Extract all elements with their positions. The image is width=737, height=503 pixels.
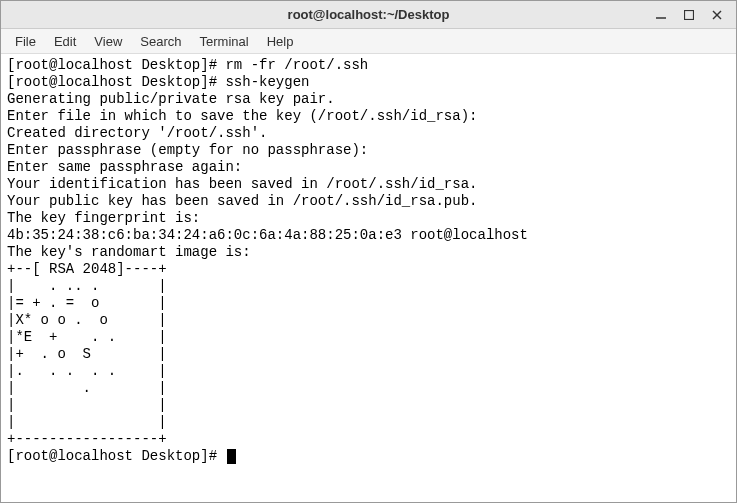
terminal-line: Your identification has been saved in /r…	[7, 176, 477, 192]
terminal-line: [root@localhost Desktop]# ssh-keygen	[7, 74, 309, 90]
titlebar[interactable]: root@localhost:~/Desktop	[1, 1, 736, 29]
terminal-window: root@localhost:~/Desktop File Edit View …	[0, 0, 737, 503]
menu-edit[interactable]: Edit	[46, 31, 84, 52]
terminal-line: Your public key has been saved in /root/…	[7, 193, 477, 209]
terminal-prompt: [root@localhost Desktop]#	[7, 448, 225, 464]
terminal-line: The key fingerprint is:	[7, 210, 200, 226]
window-title: root@localhost:~/Desktop	[288, 7, 450, 22]
terminal-line: | . .. . |	[7, 278, 167, 294]
terminal-line: |. . . . . |	[7, 363, 167, 379]
svg-rect-1	[685, 10, 694, 19]
terminal-line: |*E + . . |	[7, 329, 167, 345]
terminal-line: | |	[7, 414, 167, 430]
minimize-button[interactable]	[654, 8, 668, 22]
terminal-line: |+ . o S |	[7, 346, 167, 362]
menu-help[interactable]: Help	[259, 31, 302, 52]
terminal-line: Generating public/private rsa key pair.	[7, 91, 335, 107]
terminal-line: |X* o o . o |	[7, 312, 167, 328]
terminal-line: Created directory '/root/.ssh'.	[7, 125, 267, 141]
terminal-line: | . |	[7, 380, 167, 396]
terminal-line: |= + . = o |	[7, 295, 167, 311]
cursor-icon	[227, 449, 236, 464]
terminal-line: +-----------------+	[7, 431, 167, 447]
menubar: File Edit View Search Terminal Help	[1, 29, 736, 54]
terminal-line: Enter file in which to save the key (/ro…	[7, 108, 477, 124]
terminal-line: +--[ RSA 2048]----+	[7, 261, 167, 277]
terminal-line: | |	[7, 397, 167, 413]
terminal-line: [root@localhost Desktop]# rm -fr /root/.…	[7, 57, 368, 73]
menu-view[interactable]: View	[86, 31, 130, 52]
menu-file[interactable]: File	[7, 31, 44, 52]
terminal-line: 4b:35:24:38:c6:ba:34:24:a6:0c:6a:4a:88:2…	[7, 227, 528, 243]
terminal-line: Enter passphrase (empty for no passphras…	[7, 142, 368, 158]
menu-terminal[interactable]: Terminal	[192, 31, 257, 52]
menu-search[interactable]: Search	[132, 31, 189, 52]
close-button[interactable]	[710, 8, 724, 22]
maximize-button[interactable]	[682, 8, 696, 22]
terminal-line: The key's randomart image is:	[7, 244, 251, 260]
terminal-line: Enter same passphrase again:	[7, 159, 242, 175]
window-controls	[654, 8, 730, 22]
terminal-output[interactable]: [root@localhost Desktop]# rm -fr /root/.…	[1, 54, 736, 502]
